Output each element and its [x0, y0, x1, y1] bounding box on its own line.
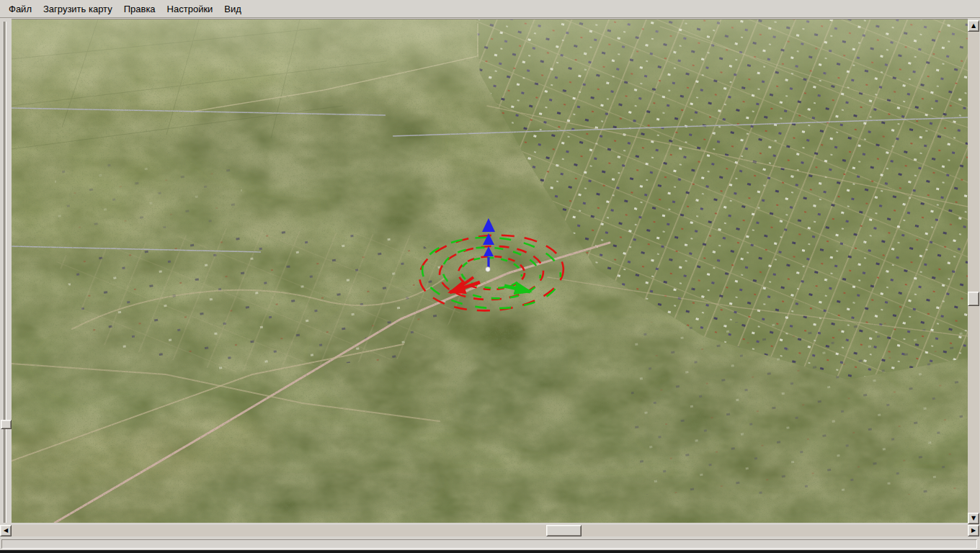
menu-item-settings[interactable]: Настройки: [161, 1, 219, 17]
menu-item-edit[interactable]: Правка: [118, 1, 161, 17]
vertical-scrollbar-track[interactable]: [968, 32, 979, 513]
zoom-slider-thumb[interactable]: [1, 420, 12, 429]
client-area: ▲ ▼ ◀ ▶: [0, 19, 980, 553]
map-viewport[interactable]: [12, 19, 968, 523]
zoom-slider-track[interactable]: [4, 22, 6, 523]
status-bar: [1, 539, 977, 549]
scroll-up-icon: ▲: [971, 23, 976, 29]
horizontal-scrollbar-thumb[interactable]: [546, 525, 582, 536]
gizmo-center-point[interactable]: [486, 267, 491, 272]
menu-item-load-map[interactable]: Загрузить карту: [37, 1, 118, 17]
scroll-right-icon: ▶: [971, 528, 976, 534]
scroll-right-button[interactable]: ▶: [968, 525, 979, 536]
terrain-3d-view: [12, 19, 968, 523]
menu-bar: Файл Загрузить карту Правка Настройки Ви…: [0, 0, 980, 18]
window-bottom-edge: [0, 550, 980, 553]
application-window: Файл Загрузить карту Правка Настройки Ви…: [0, 0, 980, 553]
scroll-left-icon: ◀: [4, 528, 8, 534]
scroll-left-button[interactable]: ◀: [0, 525, 12, 536]
menu-item-file[interactable]: Файл: [3, 1, 37, 17]
scroll-down-button[interactable]: ▼: [968, 513, 979, 524]
horizontal-scrollbar[interactable]: ◀ ▶: [0, 525, 979, 536]
zoom-slider[interactable]: [0, 20, 12, 524]
scroll-up-button[interactable]: ▲: [968, 20, 979, 32]
vertical-scrollbar[interactable]: ▲ ▼: [968, 20, 979, 526]
menu-item-view[interactable]: Вид: [218, 1, 247, 17]
vertical-scrollbar-thumb[interactable]: [968, 292, 979, 306]
scroll-down-icon: ▼: [971, 516, 976, 521]
horizontal-scrollbar-track[interactable]: [12, 525, 968, 536]
